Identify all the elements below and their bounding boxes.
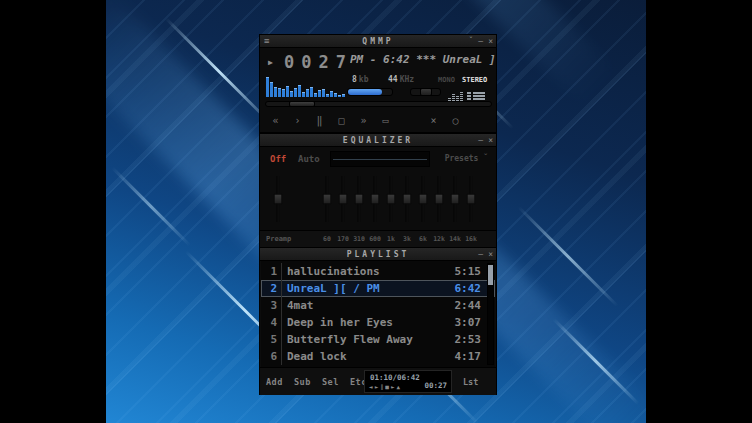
eq-bands [319, 176, 479, 222]
main-titlebar[interactable]: ≡ QMMP ˇ–× [260, 35, 496, 48]
next-mini-button[interactable]: ► [391, 384, 395, 390]
eq-band-slider-handle[interactable] [355, 194, 364, 205]
track-number: 6 [261, 348, 282, 365]
playlist-titlebar[interactable]: PLAYLIST –× [260, 248, 496, 261]
track-number: 4 [261, 314, 282, 331]
playlist-row[interactable]: 1hallucinations5:15 [261, 263, 495, 280]
wallpaper-streak [111, 167, 191, 247]
bitrate-value: 8 [352, 75, 357, 84]
eq-band-slider-handle[interactable] [323, 194, 332, 205]
eq-band-label: 60 [319, 235, 335, 243]
playlist-total-time: 01:10/06:42 [370, 373, 420, 382]
playlist-row[interactable]: 5Butterfly Flew Away2:53 [261, 331, 495, 348]
main-window-title: QMMP [260, 37, 496, 46]
eq-band-label: 16k [463, 235, 479, 243]
balance-slider[interactable] [410, 88, 441, 96]
close-button[interactable]: × [488, 251, 493, 259]
playlist-scrollbar-thumb[interactable] [488, 265, 493, 285]
seek-bar[interactable] [265, 101, 492, 107]
track-title: Deep in her Eyes [282, 316, 455, 329]
eq-band-slider[interactable] [369, 176, 381, 222]
preamp-slider[interactable] [272, 176, 284, 222]
eq-band-170 [335, 176, 351, 222]
eq-band-slider-handle[interactable] [403, 194, 412, 205]
eq-band-labels: 601703106001k3k6k12k14k16k [319, 235, 479, 243]
repeat-button[interactable]: ○ [448, 116, 463, 126]
spectrum-analyzer[interactable] [266, 73, 348, 97]
main-window-buttons: ˇ–× [464, 35, 493, 48]
eq-band-slider[interactable] [321, 176, 333, 222]
eq-band-slider[interactable] [417, 176, 429, 222]
main-menu-icon[interactable]: ≡ [264, 37, 269, 46]
eq-band-slider-handle[interactable] [435, 194, 444, 205]
playlist-row[interactable]: 34mat2:44 [261, 297, 495, 314]
spectrum-bar [330, 91, 333, 97]
eq-band-slider-handle[interactable] [451, 194, 460, 205]
track-title: Butterfly Flew Away [282, 333, 455, 346]
eq-band-slider[interactable] [449, 176, 461, 222]
song-title-ticker[interactable]: PM - 6:42 *** UnreaL ][ / [350, 53, 496, 67]
transport-bar: «›‖□»▭×○ [268, 113, 492, 128]
eq-band-slider-handle[interactable] [467, 194, 476, 205]
minimize-button[interactable]: – [478, 38, 483, 46]
previous-button[interactable]: « [268, 116, 283, 126]
add-button[interactable]: Add [266, 377, 294, 387]
spectrum-bar [310, 87, 313, 97]
stop-mini-button[interactable]: ■ [385, 384, 389, 390]
close-button[interactable]: × [488, 38, 493, 46]
play-mini-button[interactable]: ► [375, 384, 379, 390]
sub-button[interactable]: Sub [294, 377, 322, 387]
eq-band-slider[interactable] [337, 176, 349, 222]
spectrum-bar [302, 92, 305, 97]
balance-handle[interactable] [420, 88, 432, 96]
eq-band-label: 1k [383, 235, 399, 243]
play-button[interactable]: › [290, 116, 305, 126]
track-title: UnreaL ][ / PM [282, 282, 455, 295]
eq-band-slider[interactable] [353, 176, 365, 222]
eq-band-slider[interactable] [465, 176, 477, 222]
eq-band-label: 310 [351, 235, 367, 243]
samplerate-unit: KHz [400, 75, 414, 84]
minimize-button[interactable]: – [478, 137, 483, 145]
minimize-button[interactable]: – [478, 251, 483, 259]
eq-band-slider[interactable] [385, 176, 397, 222]
volume-fill [348, 89, 382, 95]
time-display[interactable]: 0027 [284, 52, 353, 72]
playlist-row[interactable]: 2UnreaL ][ / PM6:42 [261, 280, 495, 297]
volume-slider[interactable] [347, 88, 393, 96]
lst-button[interactable]: Lst [463, 377, 478, 387]
eject-mini-button[interactable]: ▲ [397, 384, 401, 390]
playlist-row[interactable]: 6Dead lock4:17 [261, 348, 495, 365]
previous-mini-button[interactable]: ◄ [369, 384, 373, 390]
shade-button[interactable]: ˇ [469, 38, 474, 46]
playlist-scrollbar[interactable] [487, 263, 494, 365]
next-button[interactable]: » [356, 116, 371, 126]
sel-button[interactable]: Sel [322, 377, 350, 387]
seek-handle[interactable] [289, 101, 315, 107]
eject-button[interactable]: ▭ [378, 116, 393, 126]
preamp-label: Preamp [266, 235, 291, 243]
shuffle-button[interactable]: × [426, 116, 441, 126]
eq-band-slider-handle[interactable] [371, 194, 380, 205]
eq-band-slider[interactable] [433, 176, 445, 222]
preamp-slider-handle[interactable] [274, 194, 283, 205]
eq-band-slider[interactable] [401, 176, 413, 222]
pause-button[interactable]: ‖ [312, 116, 327, 126]
stop-button[interactable]: □ [334, 116, 349, 126]
mini-transport: ◄►∥■►▲ [369, 384, 402, 390]
eq-band-slider-handle[interactable] [387, 194, 396, 205]
eq-auto-button[interactable]: Auto [298, 154, 320, 164]
spectrum-bar [290, 91, 293, 97]
close-button[interactable]: × [488, 137, 493, 145]
pause-mini-button[interactable]: ∥ [380, 384, 383, 390]
playlist-row[interactable]: 4Deep in her Eyes3:07 [261, 314, 495, 331]
equalizer-titlebar[interactable]: EQUALIZER –× [260, 134, 496, 147]
eq-band-slider-handle[interactable] [339, 194, 348, 205]
spectrum-bar [270, 82, 273, 97]
eq-band-label: 600 [367, 235, 383, 243]
bitrate-unit: kb [359, 75, 369, 84]
spectrum-bar [278, 88, 281, 97]
eq-off-button[interactable]: Off [270, 154, 286, 164]
eq-band-slider-handle[interactable] [419, 194, 428, 205]
eq-presets-button[interactable]: Presets ˇ [445, 154, 488, 163]
